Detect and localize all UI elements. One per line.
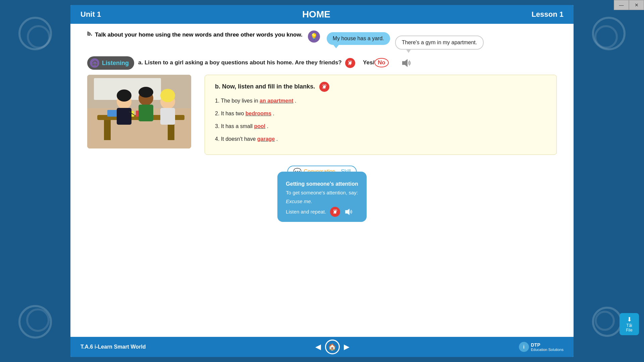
svg-rect-15 (139, 105, 153, 121)
item4-before: It doesn't have (221, 136, 257, 142)
item3-before: It has a small (221, 123, 254, 129)
item4-answer: garage (257, 136, 275, 142)
item2-before: It has two (221, 111, 246, 116)
listening-header-row: 🎧 Listening a. Listen to a girl asking a… (87, 56, 557, 70)
dtp-icon: i (519, 342, 529, 352)
download-button[interactable]: ⬇ Tải File (620, 313, 639, 335)
svg-point-19 (160, 89, 175, 102)
dtp-label: DTP Education Solutions (531, 342, 564, 352)
conversation-listen-row: Listen and repeat. CD04 (286, 207, 358, 217)
item4-after: . (276, 136, 278, 142)
fill-blanks-title: b. Now, listen and fill in the blanks. C… (215, 82, 546, 92)
page-header: Unit 1 HOME Lesson 1 (70, 5, 574, 24)
conversation-line1: To get someone's attention, say: (286, 188, 358, 197)
lesson-label: Lesson 1 (532, 10, 564, 19)
conversation-section: 💬 Conversation Skill Getting someone's a… (87, 163, 557, 222)
conversation-line2: Excuse me. (286, 197, 358, 206)
no-option: No (374, 58, 389, 67)
speech-bubble-2: There's a gym in my apartment. (395, 36, 484, 50)
deco-circle-bl2 (26, 308, 50, 332)
unit-label: Unit 1 (80, 10, 101, 19)
item3-answer: pool (254, 123, 266, 129)
blank-item-4: 4. It doesn't have garage . (215, 135, 546, 143)
page-title: HOME (302, 9, 330, 20)
conversation-box-wrapper: 💬 Conversation Skill Getting someone's a… (277, 172, 366, 222)
next-button[interactable]: ▶ (344, 343, 350, 351)
home-button[interactable]: 🏠 (325, 340, 340, 354)
blank-item-1: 1. The boy lives in an apartment . (215, 97, 546, 105)
item2-number: 2. (215, 111, 221, 116)
lightbulb-icon: 💡 (308, 31, 320, 43)
conversation-listen-text: Listen and repeat. (286, 207, 326, 216)
talk-instruction-wrapper: b. Talk about your home using the new wo… (87, 31, 320, 43)
talk-section: b. Talk about your home using the new wo… (87, 31, 557, 50)
speaker-icon[interactable] (399, 56, 413, 70)
conversation-box: Getting someone's attention To get someo… (277, 172, 366, 222)
minimize-button[interactable]: — (614, 0, 629, 10)
item1-before: The boy lives in (221, 98, 260, 104)
talk-instruction: Talk about your home using the new words… (95, 31, 303, 39)
listening-instruction-a: a. Listen to a girl asking a boy questio… (138, 58, 389, 68)
speech-bubbles: My house has a yard. There's a gym in my… (327, 32, 484, 50)
download-icon: ⬇ (624, 316, 635, 323)
page-footer: T.A.6 i-Learn Smart World ◀ 🏠 ▶ i DTP Ed… (70, 337, 574, 357)
item4-number: 4. (215, 136, 221, 142)
cd-icon-03[interactable]: CD03 (345, 58, 355, 68)
listening-label: Listening (102, 60, 129, 67)
deco-circle-tr2 (594, 25, 618, 49)
headphone-icon: 🎧 (90, 58, 99, 68)
item1-answer: an apartment (260, 98, 293, 104)
svg-marker-21 (345, 209, 350, 215)
cd-icon-04[interactable]: CD04 (330, 207, 340, 217)
footer-nav: ◀ 🏠 ▶ (315, 340, 350, 354)
item2-after: . (273, 111, 274, 116)
download-label: Tải File (626, 323, 632, 333)
svg-point-13 (117, 89, 131, 102)
brand-label: T.A.6 i-Learn Smart World (80, 344, 146, 350)
window-controls: — ✕ (614, 0, 644, 10)
section-b-label: b. (87, 31, 92, 37)
cd-icon-fill[interactable]: CD03 (319, 82, 329, 92)
main-container: Unit 1 HOME Lesson 1 b. Talk about your … (70, 5, 574, 357)
deco-circle-br2 (595, 311, 615, 331)
svg-point-16 (139, 87, 153, 98)
fill-blanks-box: b. Now, listen and fill in the blanks. C… (205, 75, 557, 155)
dtp-logo: i DTP Education Solutions (519, 342, 564, 352)
svg-rect-12 (117, 108, 131, 125)
item2-answer: bedrooms (246, 111, 271, 116)
item1-after: . (295, 98, 296, 104)
speaker-small-icon[interactable] (344, 207, 355, 217)
svg-rect-6 (104, 120, 111, 140)
speech-bubble-1: My house has a yard. (327, 32, 390, 45)
blank-item-2: 2. It has two bedrooms . (215, 110, 546, 118)
content-area: b. Talk about your home using the new wo… (70, 24, 574, 339)
close-button[interactable]: ✕ (629, 0, 644, 10)
listening-section: 🎧 Listening a. Listen to a girl asking a… (87, 56, 557, 155)
svg-rect-18 (160, 108, 175, 125)
deco-circle-tl2 (27, 25, 50, 49)
prev-button[interactable]: ◀ (315, 343, 321, 351)
conversation-content: Getting someone's attention To get someo… (286, 179, 358, 217)
classroom-image (87, 75, 191, 148)
listening-main: b. Now, listen and fill in the blanks. C… (87, 75, 557, 155)
conversation-title: Getting someone's attention (286, 179, 358, 188)
item3-after: . (267, 123, 268, 129)
item1-number: 1. (215, 98, 221, 104)
blank-item-3: 3. It has a small pool . (215, 122, 546, 130)
item3-number: 3. (215, 123, 221, 129)
listening-badge[interactable]: 🎧 Listening (87, 56, 134, 70)
